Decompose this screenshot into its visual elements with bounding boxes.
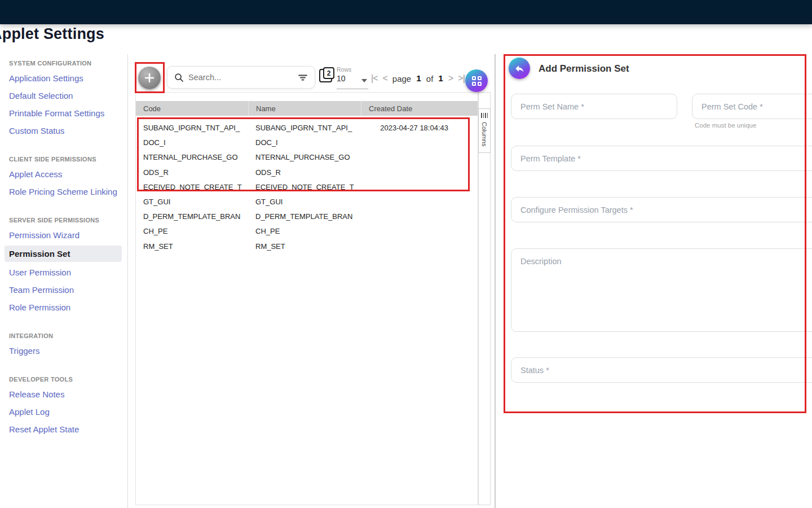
- columns-tab[interactable]: Columns: [478, 108, 491, 153]
- perm-template-field: [511, 146, 812, 171]
- columns-strip: [478, 92, 491, 505]
- configure-permission-targets-field: [511, 197, 812, 222]
- top-navigation-bar: [0, 0, 812, 24]
- permission-set-table: Code Name Created Date SUBANG_IPGRN_TNT_…: [135, 92, 478, 505]
- status-field: [511, 357, 812, 383]
- sidebar-section-header: CLIENT SIDE PERMISSIONS: [9, 156, 120, 163]
- cell-code: SUBANG_IPGRN_TNT_API_DOC_I NTERNAL_PURCH…: [136, 116, 248, 254]
- sidebar-item-team-permission[interactable]: Team Permission: [9, 285, 120, 295]
- sidebar-item-applet-access[interactable]: Applet Access: [9, 169, 120, 179]
- sidebar-section-header: SERVER SIDE PERMISSIONS: [9, 217, 120, 224]
- perm-set-code-field: [692, 94, 812, 119]
- back-arrow-icon: [514, 63, 525, 74]
- sidebar-item-default-selection[interactable]: Default Selection: [9, 91, 120, 100]
- pages-count-number: 2: [323, 67, 334, 79]
- sidebar-item-applet-log[interactable]: Applet Log: [9, 407, 120, 417]
- sidebar: SYSTEM CONFIGURATION Application Setting…: [9, 56, 120, 442]
- sidebar-item-role-pricing-scheme-linking[interactable]: Role Pricing Scheme Linking: [9, 187, 120, 196]
- column-header-code[interactable]: Code: [136, 101, 248, 116]
- page-title: Applet Settings: [0, 25, 104, 43]
- sidebar-section-header: SYSTEM CONFIGURATION: [9, 60, 120, 67]
- description-textarea[interactable]: [511, 248, 812, 332]
- sidebar-divider: [127, 54, 128, 508]
- search-box: [167, 66, 315, 89]
- sidebar-item-reset-applet-state[interactable]: Reset Applet State: [9, 424, 120, 434]
- add-permission-set-button[interactable]: [138, 67, 161, 89]
- sidebar-item-permission-wizard[interactable]: Permission Wizard: [9, 230, 120, 240]
- search-icon: [174, 73, 184, 82]
- status-input[interactable]: [511, 357, 812, 383]
- sidebar-item-printable-format-settings[interactable]: Printable Format Settings: [9, 108, 120, 118]
- previous-page-button[interactable]: <: [383, 73, 387, 84]
- plus-icon: [144, 72, 155, 84]
- grid-icon: [472, 76, 482, 86]
- sidebar-item-permission-set[interactable]: Permission Set: [5, 246, 122, 262]
- sidebar-section-header: INTEGRATION: [9, 332, 120, 339]
- search-input[interactable]: [188, 73, 298, 82]
- page-label: page: [392, 74, 411, 84]
- first-page-button[interactable]: |<: [371, 73, 378, 84]
- next-page-button[interactable]: >: [448, 73, 453, 84]
- layout-toggle-button[interactable]: [465, 69, 488, 92]
- column-header-created-date[interactable]: Created Date: [361, 101, 478, 116]
- sidebar-item-triggers[interactable]: Triggers: [9, 346, 120, 356]
- cell-name: SUBANG_IPGRN_TNT_API_DOC_I NTERNAL_PURCH…: [248, 116, 361, 254]
- columns-tab-label: Columns: [481, 122, 488, 146]
- column-header-name[interactable]: Name: [248, 101, 361, 116]
- rows-label: Rows: [337, 66, 351, 73]
- of-label: of: [426, 74, 434, 84]
- perm-template-input[interactable]: [511, 146, 812, 171]
- chevron-down-icon: [361, 79, 367, 82]
- rows-per-page-select[interactable]: 10: [337, 74, 368, 87]
- total-pages-number: 1: [438, 73, 443, 84]
- panel-divider: [495, 54, 496, 508]
- current-page-number: 1: [416, 73, 421, 84]
- sidebar-item-custom-status[interactable]: Custom Status: [9, 126, 120, 135]
- table-row[interactable]: SUBANG_IPGRN_TNT_API_DOC_I NTERNAL_PURCH…: [136, 116, 478, 254]
- filter-icon[interactable]: [298, 73, 308, 82]
- table-header-row: Code Name Created Date: [136, 101, 478, 116]
- sidebar-item-release-notes[interactable]: Release Notes: [9, 389, 120, 399]
- back-button[interactable]: [509, 58, 530, 79]
- rows-select-underline: [337, 89, 368, 89]
- pages-count-icon[interactable]: 2: [319, 67, 334, 82]
- sidebar-item-role-permission[interactable]: Role Permission: [9, 303, 120, 312]
- pagination: |< < page 1 of 1 > >|: [371, 73, 465, 84]
- code-unique-hint: Code must be unique: [695, 122, 756, 129]
- perm-set-name-field: [511, 94, 677, 119]
- configure-permission-targets-input[interactable]: [511, 197, 812, 222]
- description-field: [511, 248, 812, 332]
- perm-set-code-input[interactable]: [692, 94, 812, 119]
- last-page-button[interactable]: >|: [458, 73, 465, 84]
- rows-value: 10: [337, 74, 346, 83]
- cell-created-date: 2023-04-27 18:04:43: [361, 116, 478, 254]
- sidebar-section-header: DEVELOPER TOOLS: [9, 376, 120, 383]
- perm-set-name-input[interactable]: [511, 94, 677, 119]
- sidebar-item-user-permission[interactable]: User Permission: [9, 268, 120, 277]
- sidebar-item-application-settings[interactable]: Application Settings: [9, 73, 120, 83]
- grip-icon: [481, 113, 488, 118]
- panel-title: Add Permission Set: [539, 63, 629, 75]
